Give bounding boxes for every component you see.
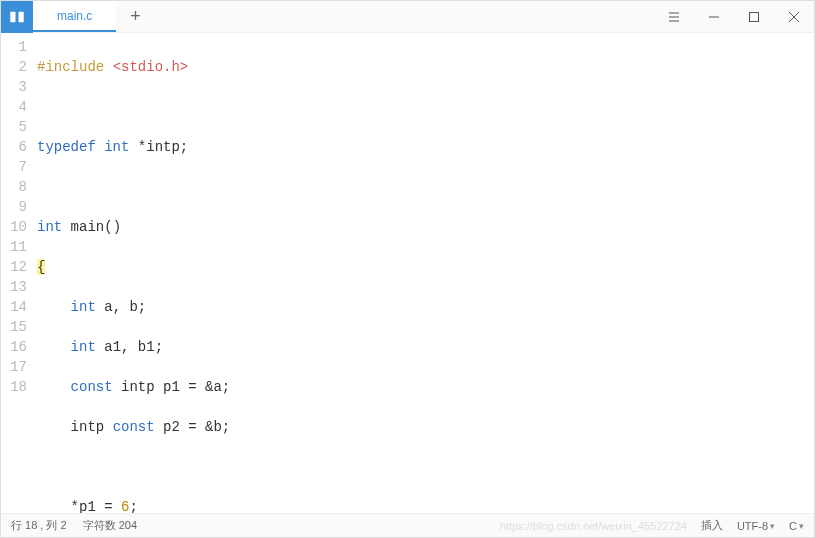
menu-button[interactable]	[654, 1, 694, 32]
maximize-button[interactable]	[734, 1, 774, 32]
chevron-down-icon: ▾	[799, 521, 804, 531]
status-bar: 行 18 , 列 2 字符数 204 https://blog.csdn.net…	[1, 513, 814, 537]
tab-label: main.c	[57, 9, 92, 23]
encoding-selector[interactable]: UTF-8 ▾	[737, 520, 775, 532]
tab-bar: main.c +	[33, 1, 155, 32]
char-count: 字符数 204	[83, 518, 137, 533]
insert-mode[interactable]: 插入	[701, 518, 723, 533]
titlebar: main.c +	[1, 1, 814, 33]
close-button[interactable]	[774, 1, 814, 32]
code-editor[interactable]: 123 456 789 101112 131415 161718 #includ…	[1, 33, 814, 513]
new-tab-button[interactable]: +	[116, 1, 155, 32]
language-selector[interactable]: C ▾	[789, 520, 804, 532]
chevron-down-icon: ▾	[770, 521, 775, 531]
minimize-button[interactable]	[694, 1, 734, 32]
window-controls	[654, 1, 814, 32]
app-icon	[1, 1, 33, 33]
svg-rect-0	[10, 11, 15, 22]
tab-main-c[interactable]: main.c	[33, 1, 116, 32]
plus-icon: +	[130, 6, 141, 27]
svg-rect-6	[750, 12, 759, 21]
cursor-position: 行 18 , 列 2	[11, 518, 67, 533]
svg-rect-1	[19, 11, 24, 22]
line-gutter: 123 456 789 101112 131415 161718	[1, 37, 37, 513]
code-area[interactable]: #include <stdio.h> typedef int *intp; in…	[37, 37, 814, 513]
watermark: https://blog.csdn.net/weixin_45522724	[500, 520, 687, 532]
